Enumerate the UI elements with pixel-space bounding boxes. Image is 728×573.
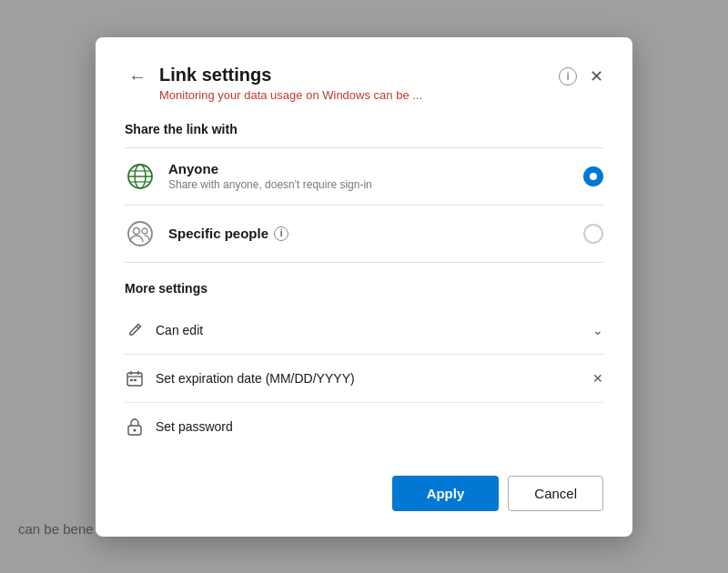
- can-edit-label: Can edit: [156, 323, 581, 337]
- svg-rect-13: [130, 379, 133, 381]
- share-option-anyone[interactable]: Anyone Share with anyone, doesn't requir…: [125, 147, 603, 206]
- more-settings-label: More settings: [125, 281, 603, 296]
- expiration-date-row[interactable]: Set expiration date (MM/DD/YYYY) ✕: [125, 355, 603, 403]
- anyone-title: Anyone: [168, 161, 571, 176]
- modal-footer: Apply Cancel: [125, 476, 603, 511]
- modal-title: Link settings: [159, 63, 422, 86]
- link-settings-modal: ← Link settings Monitoring your data usa…: [96, 37, 632, 537]
- svg-rect-14: [134, 379, 136, 381]
- lock-icon: [125, 417, 145, 437]
- globe-icon: [125, 161, 156, 192]
- share-section-label: Share the link with: [125, 122, 603, 136]
- svg-point-7: [142, 228, 147, 234]
- specific-title: Specific people i: [168, 226, 571, 241]
- specific-radio[interactable]: [583, 224, 603, 244]
- edit-icon: [125, 320, 145, 340]
- svg-point-6: [134, 227, 140, 234]
- password-label: Set password: [156, 419, 603, 434]
- password-row[interactable]: Set password: [125, 403, 603, 450]
- anyone-radio[interactable]: [583, 166, 603, 186]
- back-button[interactable]: ←: [125, 65, 150, 89]
- svg-line-8: [136, 326, 139, 328]
- more-settings-section: More settings Can edit ⌄: [125, 281, 603, 450]
- calendar-icon: [125, 368, 145, 388]
- share-option-specific[interactable]: Specific people i: [125, 206, 603, 263]
- cancel-button[interactable]: Cancel: [508, 476, 603, 511]
- modal-subtitle: Monitoring your data usage on Windows ca…: [159, 88, 422, 102]
- share-options: Anyone Share with anyone, doesn't requir…: [125, 147, 603, 263]
- can-edit-row[interactable]: Can edit ⌄: [125, 307, 603, 355]
- svg-point-16: [134, 428, 136, 431]
- info-icon[interactable]: i: [559, 67, 577, 85]
- people-icon: [125, 218, 156, 249]
- svg-point-5: [128, 222, 152, 246]
- apply-button[interactable]: Apply: [392, 476, 500, 511]
- anyone-desc: Share with anyone, doesn't require sign-…: [168, 178, 571, 191]
- close-button[interactable]: ✕: [590, 66, 603, 86]
- expiration-label: Set expiration date (MM/DD/YYYY): [156, 371, 581, 386]
- can-edit-chevron[interactable]: ⌄: [592, 323, 603, 337]
- specific-info-icon[interactable]: i: [274, 226, 288, 241]
- expiration-close[interactable]: ✕: [592, 371, 603, 386]
- modal-header: ← Link settings Monitoring your data usa…: [125, 63, 603, 102]
